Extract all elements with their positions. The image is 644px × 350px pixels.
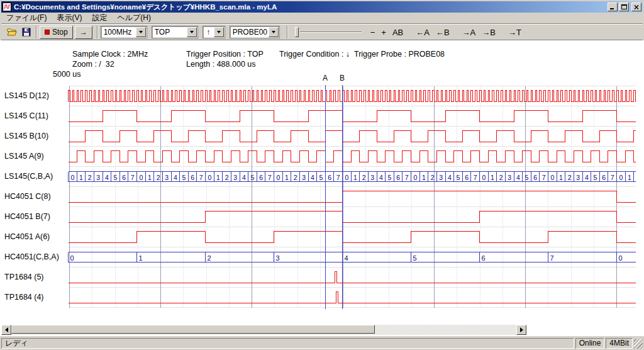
channel-label: LS145 C(11) bbox=[4, 106, 48, 126]
channel-label: LS145 B(10) bbox=[4, 126, 48, 146]
menu-item[interactable]: ヘルプ(H) bbox=[112, 13, 156, 24]
app-icon bbox=[3, 3, 11, 11]
toolbar: Stop → 100MHz TOP ↑ PROBE00 − + AB ←A ←B… bbox=[1, 24, 643, 40]
svg-text:7: 7 bbox=[405, 174, 409, 181]
trigger-probe-combo[interactable]: PROBE00 bbox=[230, 26, 280, 38]
svg-text:3: 3 bbox=[576, 174, 580, 181]
zoom-in-button[interactable]: + bbox=[378, 25, 389, 39]
sample-rate-combo[interactable]: 100MHz bbox=[101, 26, 147, 38]
wave-ls145-a-9- bbox=[69, 151, 636, 162]
svg-text:2: 2 bbox=[431, 174, 435, 181]
jump-left-to-a-button[interactable]: ←A bbox=[413, 25, 433, 39]
wave-tp1684-5- bbox=[69, 272, 636, 283]
chevron-down-icon[interactable] bbox=[187, 27, 197, 37]
status-bar: レディ Online 4MBit bbox=[0, 336, 644, 350]
channel-label: TP1684 (5) bbox=[4, 267, 44, 287]
wave-hc4051-b-7- bbox=[69, 212, 636, 223]
svg-text:5: 5 bbox=[319, 174, 323, 181]
svg-text:0: 0 bbox=[345, 174, 348, 181]
chevron-down-icon[interactable] bbox=[136, 27, 146, 37]
trigger-edge-combo[interactable]: ↑ bbox=[203, 26, 225, 38]
menu-item[interactable]: ファイル(F) bbox=[1, 13, 52, 24]
wave-ls145-c-b-a-: 0123456701234567012345670123456701234567… bbox=[69, 172, 636, 182]
trigger-edge-value: ↑ bbox=[203, 28, 214, 37]
arrow-right-icon bbox=[520, 327, 523, 332]
minimize-button[interactable] bbox=[608, 3, 618, 11]
svg-text:5: 5 bbox=[114, 174, 118, 181]
svg-text:6: 6 bbox=[533, 174, 537, 181]
svg-text:3: 3 bbox=[302, 174, 306, 181]
zoom-slider-thumb[interactable] bbox=[295, 27, 299, 37]
toolbar-separator bbox=[97, 26, 98, 38]
jump-to-trigger-button[interactable]: →T bbox=[505, 25, 525, 39]
maximize-button[interactable] bbox=[619, 3, 629, 11]
svg-text:7: 7 bbox=[611, 174, 614, 181]
wave-ls145-c-11- bbox=[69, 111, 636, 122]
channel-label: HC4051 C(8) bbox=[4, 186, 51, 206]
svg-text:4: 4 bbox=[516, 174, 520, 181]
scroll-left-button[interactable] bbox=[1, 325, 11, 335]
svg-text:3: 3 bbox=[508, 174, 511, 181]
zoom-slider[interactable] bbox=[294, 26, 362, 38]
svg-text:7: 7 bbox=[474, 174, 477, 181]
jump-right-to-a-button[interactable]: →A bbox=[459, 25, 479, 39]
svg-text:1: 1 bbox=[79, 174, 83, 181]
status-memory: 4MBit bbox=[606, 338, 633, 349]
svg-text:0: 0 bbox=[70, 254, 74, 262]
svg-text:7: 7 bbox=[336, 174, 340, 181]
run-button[interactable]: → bbox=[75, 26, 92, 39]
window-title: C:¥Documents and Settings¥noname¥デスクトップ¥… bbox=[14, 3, 606, 12]
jump-left-to-b-button[interactable]: ←B bbox=[433, 25, 453, 39]
svg-text:1: 1 bbox=[422, 174, 426, 181]
svg-text:1: 1 bbox=[285, 174, 289, 181]
trigger-position-combo[interactable]: TOP bbox=[152, 26, 198, 38]
floppy-icon bbox=[21, 27, 31, 37]
save-button[interactable] bbox=[19, 25, 33, 39]
svg-text:3: 3 bbox=[233, 174, 237, 181]
close-button[interactable] bbox=[631, 3, 641, 11]
toolbar-separator bbox=[287, 26, 288, 38]
svg-text:7: 7 bbox=[542, 174, 546, 181]
horizontal-scrollbar[interactable] bbox=[1, 325, 526, 335]
status-message: レディ bbox=[1, 338, 574, 349]
menu-item[interactable]: 設定 bbox=[87, 13, 112, 24]
svg-text:2: 2 bbox=[208, 254, 211, 262]
scroll-right-button[interactable] bbox=[516, 325, 526, 335]
svg-text:1: 1 bbox=[491, 174, 494, 181]
svg-text:1: 1 bbox=[139, 254, 143, 262]
open-file-button[interactable] bbox=[4, 25, 19, 39]
menu-item[interactable]: 表示(V) bbox=[52, 13, 87, 24]
channel-label: TP1684 (4) bbox=[4, 287, 44, 307]
trigger-probe-value: PROBE00 bbox=[230, 28, 269, 37]
wave-tp1684-4- bbox=[69, 292, 636, 303]
chevron-down-icon[interactable] bbox=[214, 27, 224, 37]
svg-text:6: 6 bbox=[602, 174, 606, 181]
svg-text:7: 7 bbox=[550, 254, 554, 262]
ab-range-button[interactable]: AB bbox=[389, 25, 406, 39]
svg-text:5: 5 bbox=[457, 174, 460, 181]
folder-open-icon bbox=[7, 27, 17, 37]
channel-label: HC4051 B(7) bbox=[4, 206, 50, 227]
resize-grip[interactable] bbox=[634, 339, 643, 349]
stop-button[interactable]: Stop bbox=[40, 26, 73, 39]
svg-text:6: 6 bbox=[396, 174, 400, 181]
svg-text:4: 4 bbox=[311, 174, 314, 181]
svg-text:0: 0 bbox=[619, 254, 623, 262]
close-icon bbox=[634, 5, 639, 9]
zoom-out-button[interactable]: − bbox=[367, 25, 379, 39]
svg-text:1: 1 bbox=[628, 174, 631, 181]
waveform-area[interactable]: 0123456701234567012345670123456701234567… bbox=[0, 40, 644, 336]
marker-b-label: B bbox=[338, 74, 346, 82]
svg-text:1: 1 bbox=[353, 174, 357, 181]
svg-text:1: 1 bbox=[148, 174, 152, 181]
jump-right-to-b-button[interactable]: →B bbox=[479, 25, 499, 39]
scrollbar-thumb[interactable] bbox=[11, 325, 375, 334]
svg-text:7: 7 bbox=[268, 174, 272, 181]
svg-text:4: 4 bbox=[585, 174, 589, 181]
stop-label: Stop bbox=[52, 28, 68, 37]
maximize-icon bbox=[621, 4, 627, 9]
svg-text:6: 6 bbox=[482, 254, 486, 262]
scrollbar-track[interactable] bbox=[11, 325, 516, 335]
chevron-down-icon[interactable] bbox=[269, 27, 279, 37]
stop-icon bbox=[45, 30, 50, 35]
